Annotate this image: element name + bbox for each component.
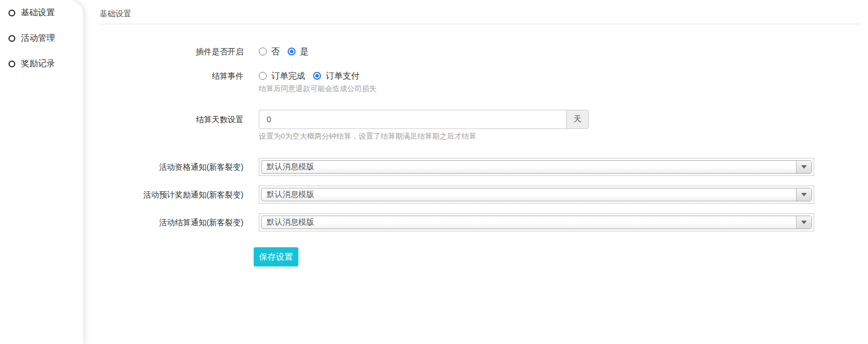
main-content: 基础设置 插件是否开启 否 是 结算事件 xyxy=(92,0,868,266)
radio-order-complete[interactable]: 订单完成 xyxy=(259,71,305,81)
page-title: 基础设置 xyxy=(100,0,860,24)
notify-qualification-select[interactable]: 默认消息模版 xyxy=(259,158,814,176)
chevron-down-icon[interactable] xyxy=(796,161,811,173)
notify-qualification-label: 活动资格通知(新客裂变) xyxy=(100,158,243,176)
form-row-notify-qualification: 活动资格通知(新客裂变) 默认消息模版 xyxy=(100,158,860,176)
radio-unchecked-icon[interactable] xyxy=(259,72,267,80)
select-value: 默认消息模版 xyxy=(267,190,314,200)
chevron-down-icon[interactable] xyxy=(796,216,811,229)
form-row-plugin-enabled: 插件是否开启 否 是 xyxy=(100,46,860,57)
sidebar-item-label: 活动管理 xyxy=(21,33,55,44)
radio-checked-icon[interactable] xyxy=(313,72,321,80)
chevron-down-icon[interactable] xyxy=(796,188,811,201)
radio-unchecked-icon[interactable] xyxy=(259,48,267,55)
settlement-days-label: 结算天数设置 xyxy=(100,110,243,129)
settlement-days-help: 设置为0为空大概两分钟结算，设置了结算期满足结算期之后才结算 xyxy=(259,132,589,141)
radio-checked-icon[interactable] xyxy=(288,48,296,55)
select-value: 默认消息模版 xyxy=(267,217,314,227)
settlement-days-input-group: 天 xyxy=(259,110,589,129)
radio-label: 订单支付 xyxy=(326,71,360,81)
settlement-event-label: 结算事件 xyxy=(100,70,243,81)
form-row-settlement-event: 结算事件 订单完成 订单支付 结算后同意退款可能会造成公司损失 xyxy=(100,70,860,93)
plugin-enabled-radio-group: 否 是 xyxy=(259,46,317,57)
radio-plugin-no[interactable]: 否 xyxy=(259,46,280,57)
settlement-days-unit: 天 xyxy=(566,110,589,129)
notify-estimated-reward-label: 活动预计奖励通知(新客裂变) xyxy=(100,186,243,204)
settlement-event-help: 结算后同意退款可能会造成公司损失 xyxy=(259,84,377,93)
sidebar-item-reward-records[interactable]: 奖励记录 xyxy=(0,51,83,76)
form-row-notify-estimated-reward: 活动预计奖励通知(新客裂变) 默认消息模版 xyxy=(100,186,860,204)
settlement-event-radio-group: 订单完成 订单支付 xyxy=(259,70,377,81)
radio-label: 否 xyxy=(271,46,280,57)
plugin-enabled-label: 插件是否开启 xyxy=(100,46,243,57)
radio-order-paid[interactable]: 订单支付 xyxy=(313,71,360,81)
radio-label: 是 xyxy=(300,46,309,57)
form-row-save: 保存设置 xyxy=(100,247,860,266)
notify-estimated-reward-select[interactable]: 默认消息模版 xyxy=(259,186,814,204)
settlement-days-input[interactable] xyxy=(259,110,566,129)
radio-label: 订单完成 xyxy=(271,71,305,81)
notify-settlement-label: 活动结算通知(新客裂变) xyxy=(100,213,243,231)
sidebar-item-basic-settings[interactable]: 基础设置 xyxy=(0,0,83,25)
settings-form: 插件是否开启 否 是 结算事件 xyxy=(100,46,860,266)
notify-settlement-select[interactable]: 默认消息模版 xyxy=(259,213,814,231)
circle-icon xyxy=(8,61,15,67)
form-row-notify-settlement: 活动结算通知(新客裂变) 默认消息模版 xyxy=(100,213,860,231)
circle-icon xyxy=(8,10,15,16)
save-settings-button[interactable]: 保存设置 xyxy=(254,247,298,266)
sidebar-item-label: 基础设置 xyxy=(21,7,55,18)
radio-plugin-yes[interactable]: 是 xyxy=(288,46,309,57)
circle-icon xyxy=(8,35,15,42)
sidebar-item-activity-management[interactable]: 活动管理 xyxy=(0,25,83,51)
sidebar: 基础设置 活动管理 奖励记录 xyxy=(0,0,83,344)
sidebar-item-label: 奖励记录 xyxy=(21,58,55,69)
form-row-settlement-days: 结算天数设置 天 设置为0为空大概两分钟结算，设置了结算期满足结算期之后才结算 xyxy=(100,110,860,141)
select-value: 默认消息模版 xyxy=(267,162,314,172)
